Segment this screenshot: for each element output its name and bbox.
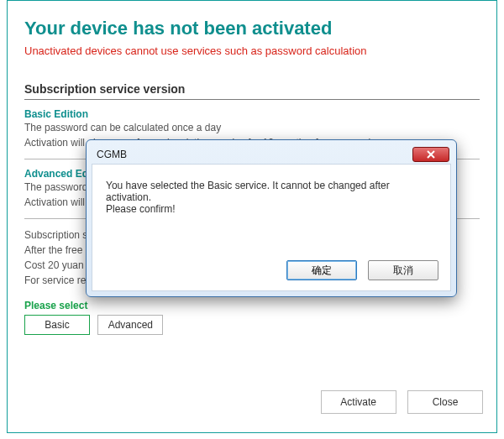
- basic-edition-heading: Basic Edition: [24, 108, 480, 120]
- dialog-message-line-2: Please confirm!: [106, 203, 437, 215]
- dialog-message-line-1: You have selected the Basic service. It …: [106, 180, 437, 203]
- select-label: Please select: [24, 300, 480, 311]
- close-button[interactable]: Close: [407, 390, 483, 414]
- dialog-cancel-button[interactable]: 取消: [368, 260, 438, 280]
- confirm-dialog: CGMB You have selected the Basic service…: [86, 139, 457, 297]
- header: Your device has not been activated Unact…: [8, 1, 496, 57]
- section-title: Subscription service version: [24, 82, 480, 100]
- dialog-titlebar: CGMB: [92, 145, 451, 164]
- dialog-body: You have selected the Basic service. It …: [92, 164, 451, 291]
- warning-subtitle: Unactivated devices cannot use services …: [24, 44, 480, 57]
- dialog-ok-button[interactable]: 确定: [286, 260, 357, 280]
- dialog-buttons: 确定 取消: [278, 260, 438, 280]
- select-basic-button[interactable]: Basic: [24, 315, 90, 335]
- dialog-close-button[interactable]: [412, 147, 449, 162]
- select-row: Basic Advanced: [24, 315, 480, 335]
- select-advanced-button[interactable]: Advanced: [97, 315, 163, 335]
- activate-button[interactable]: Activate: [321, 390, 396, 414]
- dialog-title: CGMB: [97, 149, 127, 160]
- footer-buttons: Activate Close: [312, 390, 483, 414]
- basic-line-1: The password can be calculated once a da…: [24, 120, 480, 135]
- page-title: Your device has not been activated: [24, 18, 480, 39]
- close-icon: [427, 150, 435, 159]
